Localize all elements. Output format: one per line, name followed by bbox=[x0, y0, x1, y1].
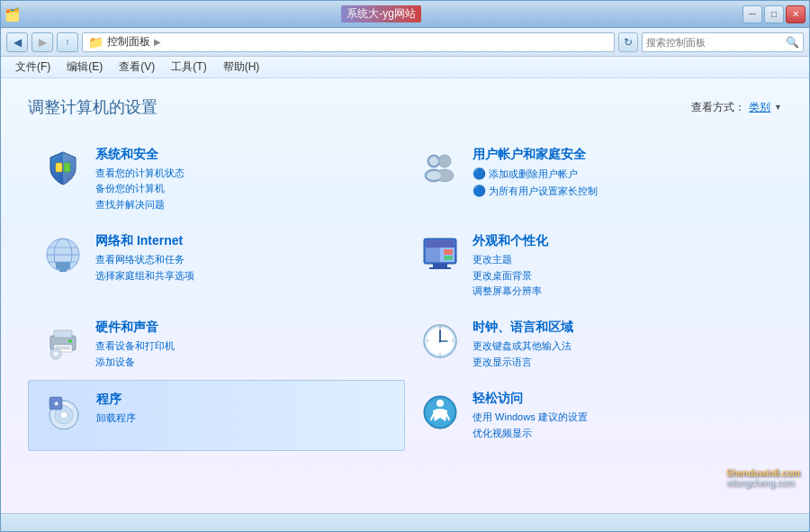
appearance-text: 外观和个性化 更改主题 更改桌面背景 调整屏幕分辨率 bbox=[472, 233, 769, 298]
title-bar: 🗂️ 系统大-yg网站 ─ □ ✕ bbox=[1, 1, 809, 28]
programs-name[interactable]: 程序 bbox=[96, 392, 391, 408]
menu-help[interactable]: 帮助(H) bbox=[216, 58, 267, 77]
link-homegroup[interactable]: 选择家庭组和共享选项 bbox=[95, 269, 392, 283]
svg-text:12: 12 bbox=[438, 326, 442, 329]
menu-view[interactable]: 查看(V) bbox=[112, 58, 162, 77]
svg-rect-23 bbox=[444, 249, 453, 255]
category-hardware[interactable]: 硬件和声音 查看设备和打印机 添加设备 bbox=[28, 309, 405, 380]
link-add-user[interactable]: 🔵 添加或删除用户帐户 bbox=[472, 167, 769, 182]
hardware-text: 硬件和声音 查看设备和打印机 添加设备 bbox=[95, 320, 392, 369]
svg-rect-24 bbox=[444, 256, 453, 260]
ease-of-access-name[interactable]: 轻松访问 bbox=[472, 391, 769, 407]
link-uninstall[interactable]: 卸载程序 bbox=[96, 411, 391, 425]
link-windows-recommend[interactable]: 使用 Windows 建议的设置 bbox=[472, 410, 769, 424]
search-icon[interactable]: 🔍 bbox=[785, 35, 799, 50]
forward-button[interactable]: ▶ bbox=[32, 32, 53, 52]
up-button[interactable]: ↑ bbox=[57, 32, 78, 52]
system-security-text: 系统和安全 查看您的计算机状态 备份您的计算机 查找并解决问题 bbox=[95, 147, 392, 212]
svg-point-37 bbox=[439, 340, 442, 343]
link-theme[interactable]: 更改主题 bbox=[472, 253, 769, 266]
link-resolution[interactable]: 调整屏幕分辨率 bbox=[472, 284, 769, 298]
svg-rect-21 bbox=[433, 264, 447, 267]
link-network-status[interactable]: 查看网络状态和任务 bbox=[95, 253, 392, 266]
clock-links: 更改键盘或其他输入法 更改显示语言 bbox=[472, 339, 769, 369]
minimize-button[interactable]: ─ bbox=[742, 5, 762, 23]
svg-point-6 bbox=[429, 157, 438, 166]
category-programs[interactable]: ★ 程序 卸载程序 bbox=[28, 380, 405, 451]
link-display-lang[interactable]: 更改显示语言 bbox=[472, 356, 769, 369]
svg-point-44 bbox=[60, 411, 68, 419]
content-header: 调整计算机的设置 查看方式： 类别 ▼ bbox=[28, 96, 782, 118]
ease-of-access-icon bbox=[418, 391, 462, 434]
user-accounts-links: 🔵 添加或删除用户帐户 🔵 为所有用户设置家长控制 bbox=[472, 167, 769, 199]
link-keyboard[interactable]: 更改键盘或其他输入法 bbox=[472, 339, 769, 353]
user-accounts-name[interactable]: 用户帐户和家庭安全 bbox=[472, 147, 769, 163]
category-ease-of-access[interactable]: 轻松访问 使用 Windows 建议的设置 优化视频显示 bbox=[405, 380, 782, 451]
watermark-line1: Shenduwin8.com bbox=[726, 468, 800, 478]
hardware-icon bbox=[41, 320, 85, 363]
user-accounts-icon bbox=[418, 147, 462, 190]
appearance-name[interactable]: 外观和个性化 bbox=[472, 233, 769, 249]
category-system-security[interactable]: 系统和安全 查看您的计算机状态 备份您的计算机 查找并解决问题 bbox=[28, 136, 405, 222]
svg-rect-19 bbox=[426, 248, 440, 262]
main-window: 🗂️ 系统大-yg网站 ─ □ ✕ ◀ ▶ ↑ 📁 控制面板 ▶ ↻ bbox=[0, 0, 810, 532]
link-system-backup[interactable]: 备份您的计算机 bbox=[95, 182, 392, 195]
window-icon: 🗂️ bbox=[4, 7, 20, 22]
appearance-icon bbox=[418, 233, 462, 276]
svg-rect-18 bbox=[426, 240, 454, 248]
breadcrumb-separator: ▶ bbox=[154, 37, 161, 47]
clock-text: 时钟、语言和区域 更改键盘或其他输入法 更改显示语言 bbox=[472, 320, 769, 369]
page-title: 调整计算机的设置 bbox=[28, 96, 158, 118]
category-user-accounts[interactable]: 用户帐户和家庭安全 🔵 添加或删除用户帐户 🔵 为所有用户设置家长控制 bbox=[405, 136, 782, 222]
link-devices-printers[interactable]: 查看设备和打印机 bbox=[95, 339, 392, 353]
link-add-device[interactable]: 添加设备 bbox=[95, 356, 392, 369]
ease-of-access-text: 轻松访问 使用 Windows 建议的设置 优化视频显示 bbox=[472, 391, 769, 440]
hardware-name[interactable]: 硬件和声音 bbox=[95, 320, 392, 336]
hardware-links: 查看设备和打印机 添加设备 bbox=[95, 339, 392, 369]
svg-point-28 bbox=[68, 339, 72, 343]
dropdown-arrow-icon[interactable]: ▼ bbox=[774, 103, 782, 112]
refresh-button[interactable]: ↻ bbox=[618, 32, 638, 52]
menu-bar: 文件(F) 编辑(E) 查看(V) 工具(T) 帮助(H) bbox=[1, 57, 809, 78]
svg-text:★: ★ bbox=[53, 400, 59, 408]
system-security-links: 查看您的计算机状态 备份您的计算机 查找并解决问题 bbox=[95, 167, 392, 212]
link-wallpaper[interactable]: 更改桌面背景 bbox=[472, 269, 769, 283]
view-mode-value[interactable]: 类别 bbox=[749, 100, 770, 115]
ease-of-access-links: 使用 Windows 建议的设置 优化视频显示 bbox=[472, 410, 769, 440]
clock-name[interactable]: 时钟、语言和区域 bbox=[472, 320, 769, 336]
title-bar-blurred-text: 系统大-yg网站 bbox=[341, 5, 421, 23]
content-area: 调整计算机的设置 查看方式： 类别 ▼ bbox=[1, 78, 809, 513]
categories-grid: 系统和安全 查看您的计算机状态 备份您的计算机 查找并解决问题 bbox=[28, 136, 782, 451]
system-security-icon bbox=[41, 147, 85, 190]
category-network[interactable]: 网络和 Internet 查看网络状态和任务 选择家庭组和共享选项 bbox=[28, 222, 405, 309]
bullet-icon-1: 🔵 bbox=[472, 167, 486, 182]
svg-rect-26 bbox=[54, 330, 72, 338]
appearance-links: 更改主题 更改桌面背景 调整屏幕分辨率 bbox=[472, 253, 769, 298]
programs-text: 程序 卸载程序 bbox=[96, 392, 391, 425]
link-optimize-video[interactable]: 优化视频显示 bbox=[472, 427, 769, 440]
close-button[interactable]: ✕ bbox=[786, 5, 806, 23]
link-parental-control[interactable]: 🔵 为所有用户设置家长控制 bbox=[472, 184, 769, 199]
window-controls: ─ □ ✕ bbox=[742, 5, 806, 23]
menu-edit[interactable]: 编辑(E) bbox=[59, 58, 110, 77]
link-system-troubleshoot[interactable]: 查找并解决问题 bbox=[95, 198, 392, 212]
category-clock[interactable]: 12 3 6 9 时钟、语言和区域 更改键盘或其他输入法 更改显示语言 bbox=[405, 309, 782, 380]
view-mode-label: 查看方式： bbox=[691, 100, 745, 115]
svg-point-4 bbox=[438, 155, 451, 167]
svg-rect-1 bbox=[64, 163, 70, 172]
svg-point-7 bbox=[427, 171, 441, 180]
back-button[interactable]: ◀ bbox=[6, 32, 28, 52]
search-input[interactable] bbox=[646, 37, 783, 48]
system-security-name[interactable]: 系统和安全 bbox=[95, 147, 392, 163]
search-bar: 🔍 bbox=[642, 32, 804, 52]
network-name[interactable]: 网络和 Internet bbox=[95, 233, 392, 249]
link-system-status[interactable]: 查看您的计算机状态 bbox=[95, 167, 392, 180]
menu-file[interactable]: 文件(F) bbox=[8, 58, 58, 77]
watermark-line2: xitongcheng.com bbox=[726, 478, 800, 488]
category-appearance[interactable]: 外观和个性化 更改主题 更改桌面背景 调整屏幕分辨率 bbox=[405, 222, 782, 309]
svg-rect-14 bbox=[56, 262, 70, 269]
maximize-button[interactable]: □ bbox=[764, 5, 784, 23]
menu-tools[interactable]: 工具(T) bbox=[164, 58, 213, 77]
programs-links: 卸载程序 bbox=[96, 411, 391, 425]
network-icon bbox=[41, 233, 85, 276]
